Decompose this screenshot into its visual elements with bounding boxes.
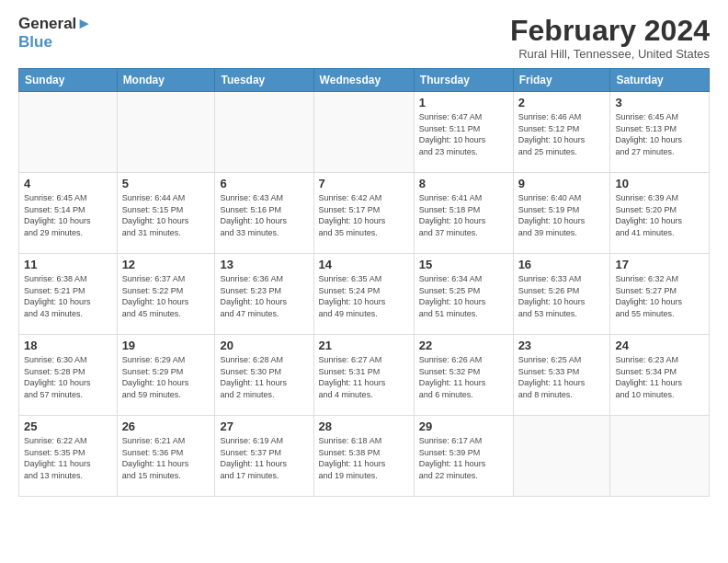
calendar-day-cell <box>215 92 313 173</box>
day-info: Sunrise: 6:23 AMSunset: 5:34 PMDaylight:… <box>615 354 704 400</box>
day-info: Sunrise: 6:45 AMSunset: 5:14 PMDaylight:… <box>24 192 112 238</box>
day-info: Sunrise: 6:17 AMSunset: 5:39 PMDaylight:… <box>419 435 508 481</box>
calendar-day-cell <box>313 92 414 173</box>
location: Rural Hill, Tennessee, United States <box>510 47 710 61</box>
day-info: Sunrise: 6:39 AMSunset: 5:20 PMDaylight:… <box>615 192 704 238</box>
calendar-day-header: Monday <box>117 69 215 92</box>
calendar-week-row: 25Sunrise: 6:22 AMSunset: 5:35 PMDayligh… <box>19 416 710 497</box>
day-number: 2 <box>518 96 606 109</box>
day-info: Sunrise: 6:38 AMSunset: 5:21 PMDaylight:… <box>24 273 112 319</box>
calendar-day-cell: 4Sunrise: 6:45 AMSunset: 5:14 PMDaylight… <box>19 173 118 254</box>
day-number: 7 <box>319 177 409 190</box>
calendar-day-cell: 13Sunrise: 6:36 AMSunset: 5:23 PMDayligh… <box>215 254 313 335</box>
day-number: 27 <box>220 419 308 433</box>
calendar-week-row: 11Sunrise: 6:38 AMSunset: 5:21 PMDayligh… <box>19 254 710 335</box>
calendar-header-row: SundayMondayTuesdayWednesdayThursdayFrid… <box>19 69 710 92</box>
day-info: Sunrise: 6:21 AMSunset: 5:36 PMDaylight:… <box>122 435 210 481</box>
calendar-day-header: Wednesday <box>313 69 414 92</box>
day-info: Sunrise: 6:45 AMSunset: 5:13 PMDaylight:… <box>615 111 704 157</box>
calendar-day-cell: 10Sunrise: 6:39 AMSunset: 5:20 PMDayligh… <box>610 173 710 254</box>
day-number: 11 <box>24 258 112 271</box>
day-number: 15 <box>419 258 508 271</box>
calendar-day-cell: 5Sunrise: 6:44 AMSunset: 5:15 PMDaylight… <box>117 173 215 254</box>
calendar-day-cell: 21Sunrise: 6:27 AMSunset: 5:31 PMDayligh… <box>313 335 414 416</box>
day-info: Sunrise: 6:46 AMSunset: 5:12 PMDaylight:… <box>518 111 606 157</box>
calendar-day-cell: 3Sunrise: 6:45 AMSunset: 5:13 PMDaylight… <box>610 92 710 173</box>
day-number: 6 <box>220 177 308 190</box>
day-info: Sunrise: 6:22 AMSunset: 5:35 PMDaylight:… <box>24 435 112 481</box>
day-info: Sunrise: 6:36 AMSunset: 5:23 PMDaylight:… <box>220 273 308 319</box>
calendar-day-header: Thursday <box>414 69 513 92</box>
day-info: Sunrise: 6:34 AMSunset: 5:25 PMDaylight:… <box>419 273 508 319</box>
day-info: Sunrise: 6:19 AMSunset: 5:37 PMDaylight:… <box>220 435 308 481</box>
calendar-day-cell: 29Sunrise: 6:17 AMSunset: 5:39 PMDayligh… <box>414 416 513 497</box>
day-info: Sunrise: 6:25 AMSunset: 5:33 PMDaylight:… <box>518 354 606 400</box>
day-info: Sunrise: 6:27 AMSunset: 5:31 PMDaylight:… <box>319 354 409 400</box>
day-info: Sunrise: 6:44 AMSunset: 5:15 PMDaylight:… <box>122 192 210 238</box>
day-number: 21 <box>319 339 409 352</box>
day-number: 16 <box>518 258 606 271</box>
day-number: 26 <box>122 419 210 433</box>
day-number: 3 <box>615 96 704 109</box>
day-number: 13 <box>220 258 308 271</box>
calendar-day-cell: 7Sunrise: 6:42 AMSunset: 5:17 PMDaylight… <box>313 173 414 254</box>
day-number: 10 <box>615 177 704 190</box>
day-number: 25 <box>24 419 112 433</box>
calendar-week-row: 1Sunrise: 6:47 AMSunset: 5:11 PMDaylight… <box>19 92 710 173</box>
day-info: Sunrise: 6:35 AMSunset: 5:24 PMDaylight:… <box>319 273 409 319</box>
calendar-day-cell: 28Sunrise: 6:18 AMSunset: 5:38 PMDayligh… <box>313 416 414 497</box>
calendar-day-cell: 12Sunrise: 6:37 AMSunset: 5:22 PMDayligh… <box>117 254 215 335</box>
month-title: February 2024 <box>510 15 710 47</box>
day-number: 24 <box>615 339 704 352</box>
calendar-week-row: 4Sunrise: 6:45 AMSunset: 5:14 PMDaylight… <box>19 173 710 254</box>
calendar-week-row: 18Sunrise: 6:30 AMSunset: 5:28 PMDayligh… <box>19 335 710 416</box>
day-number: 5 <box>122 177 210 190</box>
calendar-day-cell: 27Sunrise: 6:19 AMSunset: 5:37 PMDayligh… <box>215 416 313 497</box>
calendar-day-cell: 25Sunrise: 6:22 AMSunset: 5:35 PMDayligh… <box>19 416 118 497</box>
calendar-day-cell: 11Sunrise: 6:38 AMSunset: 5:21 PMDayligh… <box>19 254 118 335</box>
page: General► Blue February 2024 Rural Hill, … <box>0 0 728 506</box>
day-number: 1 <box>419 96 508 109</box>
calendar-day-cell: 23Sunrise: 6:25 AMSunset: 5:33 PMDayligh… <box>513 335 610 416</box>
day-number: 22 <box>419 339 508 352</box>
calendar-day-cell <box>513 416 610 497</box>
day-number: 4 <box>24 177 112 190</box>
logo: General► Blue <box>18 15 92 51</box>
calendar-day-header: Tuesday <box>215 69 313 92</box>
day-info: Sunrise: 6:41 AMSunset: 5:18 PMDaylight:… <box>419 192 508 238</box>
day-number: 8 <box>419 177 508 190</box>
day-info: Sunrise: 6:42 AMSunset: 5:17 PMDaylight:… <box>319 192 409 238</box>
calendar-day-cell: 9Sunrise: 6:40 AMSunset: 5:19 PMDaylight… <box>513 173 610 254</box>
day-number: 18 <box>24 339 112 352</box>
calendar-day-cell: 1Sunrise: 6:47 AMSunset: 5:11 PMDaylight… <box>414 92 513 173</box>
calendar-day-header: Saturday <box>610 69 710 92</box>
calendar-day-header: Friday <box>513 69 610 92</box>
day-number: 12 <box>122 258 210 271</box>
day-info: Sunrise: 6:30 AMSunset: 5:28 PMDaylight:… <box>24 354 112 400</box>
calendar-day-cell <box>117 92 215 173</box>
day-number: 29 <box>419 419 508 433</box>
header: General► Blue February 2024 Rural Hill, … <box>18 15 710 61</box>
day-info: Sunrise: 6:26 AMSunset: 5:32 PMDaylight:… <box>419 354 508 400</box>
calendar-day-cell: 18Sunrise: 6:30 AMSunset: 5:28 PMDayligh… <box>19 335 118 416</box>
calendar-day-cell: 16Sunrise: 6:33 AMSunset: 5:26 PMDayligh… <box>513 254 610 335</box>
calendar-day-cell: 26Sunrise: 6:21 AMSunset: 5:36 PMDayligh… <box>117 416 215 497</box>
calendar-day-cell: 2Sunrise: 6:46 AMSunset: 5:12 PMDaylight… <box>513 92 610 173</box>
day-info: Sunrise: 6:47 AMSunset: 5:11 PMDaylight:… <box>419 111 508 157</box>
calendar-day-cell: 8Sunrise: 6:41 AMSunset: 5:18 PMDaylight… <box>414 173 513 254</box>
calendar-day-cell <box>19 92 118 173</box>
day-info: Sunrise: 6:18 AMSunset: 5:38 PMDaylight:… <box>319 435 409 481</box>
day-number: 14 <box>319 258 409 271</box>
day-number: 19 <box>122 339 210 352</box>
calendar-day-cell: 6Sunrise: 6:43 AMSunset: 5:16 PMDaylight… <box>215 173 313 254</box>
calendar-day-cell: 15Sunrise: 6:34 AMSunset: 5:25 PMDayligh… <box>414 254 513 335</box>
title-block: February 2024 Rural Hill, Tennessee, Uni… <box>510 15 710 61</box>
day-info: Sunrise: 6:33 AMSunset: 5:26 PMDaylight:… <box>518 273 606 319</box>
calendar-day-cell: 14Sunrise: 6:35 AMSunset: 5:24 PMDayligh… <box>313 254 414 335</box>
day-info: Sunrise: 6:37 AMSunset: 5:22 PMDaylight:… <box>122 273 210 319</box>
calendar-day-cell: 17Sunrise: 6:32 AMSunset: 5:27 PMDayligh… <box>610 254 710 335</box>
calendar-day-cell <box>610 416 710 497</box>
day-info: Sunrise: 6:29 AMSunset: 5:29 PMDaylight:… <box>122 354 210 400</box>
day-number: 20 <box>220 339 308 352</box>
day-info: Sunrise: 6:32 AMSunset: 5:27 PMDaylight:… <box>615 273 704 319</box>
